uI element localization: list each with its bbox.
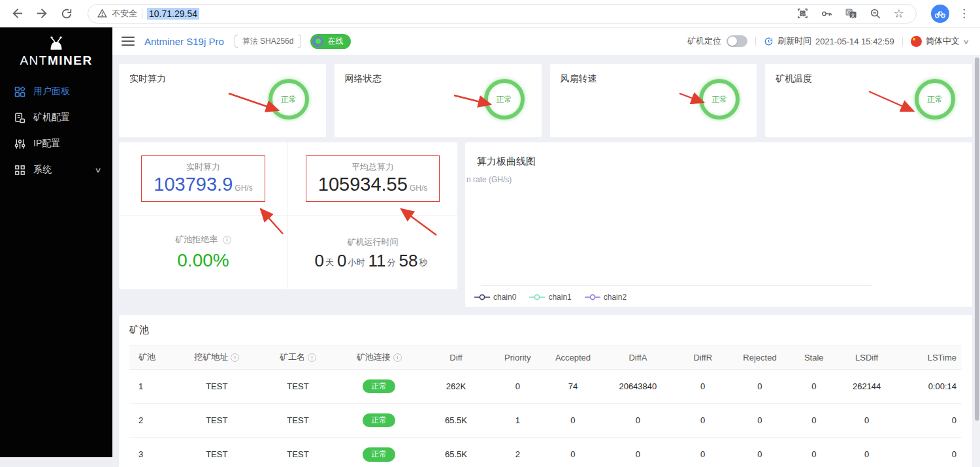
col-header-diffa: DiffA [602, 346, 674, 370]
col-header-rejected: Rejected [732, 346, 787, 370]
uptime-value: 0天 0小时 11分 58秒 [315, 252, 431, 269]
qr-code-icon[interactable] [797, 8, 808, 19]
sidebar-item-system[interactable]: 系统 ∨ [0, 157, 112, 183]
table-cell: 0 [788, 438, 840, 467]
pool-section-title: 矿池 [129, 324, 962, 336]
sidebar-item-dashboard[interactable]: 用户面板 [0, 78, 112, 105]
ip-config-icon [14, 138, 25, 150]
status-ring-normal: 正常 [484, 79, 525, 120]
col-header-accepted: Accepted [544, 346, 602, 370]
chart-legend: chain0 chain1 chain2 [474, 293, 627, 302]
browser-menu-icon[interactable]: ⋮ [956, 8, 972, 19]
annotation-box-average: 平均总算力 105934.55 GH/s [306, 155, 440, 202]
refresh-time-icon[interactable] [764, 37, 774, 46]
table-cell: 2 [491, 438, 544, 467]
table-cell: 20643840 [602, 370, 674, 404]
table-cell: TEST [258, 370, 337, 404]
pool-table: 矿池 挖矿地址i 矿工名i 矿池连接i Diff Priority Accept… [129, 345, 962, 467]
online-status-badge: 在线 [310, 34, 351, 49]
locate-toggle[interactable] [727, 35, 747, 47]
chart-y-axis-label: n rate (GH/s) [466, 175, 512, 184]
chevron-down-icon: ∨ [962, 38, 970, 45]
password-key-icon[interactable] [821, 8, 832, 20]
scrollbar-thumb[interactable] [975, 57, 979, 421]
table-cell: 0 [893, 404, 962, 438]
table-cell: 正常 [337, 438, 420, 467]
col-header-lsdiff: LSDiff [840, 346, 894, 370]
table-cell: 0 [674, 438, 732, 467]
table-cell: 0 [674, 404, 732, 438]
table-cell: 0 [602, 404, 674, 438]
refresh-time-value: 2021-05-14 15:42:59 [815, 37, 894, 46]
table-cell: 74 [544, 370, 602, 404]
pool-panel: 矿池 矿池 挖矿地址i 矿工名i 矿池连接i Diff Priority Acc… [119, 315, 972, 467]
table-cell: 1 [129, 370, 175, 404]
sidebar-item-label: 系统 [33, 164, 52, 176]
language-selector[interactable]: 简体中文 ∨ [911, 35, 968, 47]
realtime-hashrate-value: 103793.9 [154, 174, 233, 195]
info-icon[interactable]: i [308, 353, 316, 362]
status-ring-normal: 正常 [699, 79, 740, 120]
table-cell: 3 [129, 438, 175, 467]
browser-back-icon[interactable] [9, 6, 25, 22]
col-header-pool: 矿池 [129, 346, 175, 370]
security-label[interactable]: 不安全 [112, 8, 137, 20]
table-cell: 0 [840, 404, 894, 438]
table-cell: 0 [732, 370, 787, 404]
table-cell: 0 [491, 370, 544, 404]
card-fan-speed: 风扇转速 正常 [550, 64, 757, 137]
table-cell: 2 [129, 404, 175, 438]
info-icon[interactable]: i [393, 353, 402, 362]
legend-marker-icon [585, 294, 600, 300]
table-cell: 0 [732, 438, 787, 467]
reject-rate-value: 0.00% [177, 250, 229, 271]
collapse-menu-icon[interactable] [122, 37, 135, 46]
chevron-down-icon: ∨ [94, 166, 101, 174]
hashrate-stats-panel: 实时算力 103793.9 GH/s 平均总算力 105934.55 GH/s [119, 142, 457, 289]
legend-item-chain1[interactable]: chain1 [529, 293, 571, 302]
table-cell: 1 [491, 404, 544, 438]
ant-icon [46, 35, 66, 52]
sidebar-item-ip-config[interactable]: IP配置 [0, 131, 112, 157]
table-cell: TEST [175, 438, 258, 467]
col-header-diff: Diff [421, 346, 491, 370]
translate-icon[interactable]: G文 [845, 7, 857, 20]
miner-model-title[interactable]: Antminer S19j Pro [144, 36, 224, 47]
table-row: 2TESTTEST正常65.5K10000000 [129, 404, 962, 438]
refresh-time-label: 刷新时间 [777, 35, 811, 47]
table-cell: 正常 [337, 404, 420, 438]
uptime-label: 矿机运行时间 [348, 236, 399, 248]
profile-avatar[interactable] [931, 5, 949, 23]
pool-connection-status-badge: 正常 [363, 447, 395, 461]
card-miner-temperature: 矿机温度 正常 [765, 64, 972, 137]
info-icon[interactable]: i [223, 236, 231, 244]
average-hashrate-label: 平均总算力 [351, 161, 394, 173]
online-dot-icon [312, 36, 323, 47]
zoom-out-icon[interactable] [870, 8, 881, 20]
main-content: 实时算力 正常 网络状态 正常 风扇转速 正常 矿机温度 正常 实时算力 103… [112, 55, 980, 467]
table-cell: 65.5K [421, 438, 491, 467]
legend-item-chain0[interactable]: chain0 [474, 293, 516, 302]
col-header-lstime: LSTime [893, 346, 962, 370]
legend-item-chain2[interactable]: chain2 [585, 293, 627, 302]
browser-forward-icon[interactable] [34, 6, 50, 22]
address-bar[interactable]: 不安全 10.71.29.54 G文 ☆ [88, 4, 917, 24]
not-secure-warning-icon[interactable] [97, 8, 107, 18]
url-text[interactable]: 10.71.29.54 [147, 8, 199, 20]
browser-reload-icon[interactable] [59, 6, 74, 22]
status-ring-normal: 正常 [915, 79, 955, 120]
table-cell: 0 [732, 404, 787, 438]
annotation-box-realtime: 实时算力 103793.9 GH/s [141, 155, 265, 202]
legend-marker-icon [529, 294, 545, 300]
sidebar-item-label: 用户面板 [33, 86, 70, 97]
table-row: 1TESTTEST正常262K074206438400002621440:00:… [129, 370, 962, 404]
bookmark-star-icon[interactable]: ☆ [894, 8, 904, 20]
sidebar: ANTMINER 用户面板 矿机配置 IP配置 系统 ∨ [0, 27, 112, 457]
page-scrollbar[interactable] [974, 55, 980, 467]
sidebar-item-miner-config[interactable]: 矿机配置 [0, 105, 112, 131]
sidebar-item-label: 矿机配置 [33, 112, 70, 123]
card-network-status: 网络状态 正常 [335, 64, 542, 137]
hashboard-chart-panel: 算力板曲线图 n rate (GH/s) chain0 chain1 chain… [465, 142, 972, 307]
chart-x-axis [481, 285, 872, 286]
info-icon[interactable]: i [231, 353, 239, 362]
